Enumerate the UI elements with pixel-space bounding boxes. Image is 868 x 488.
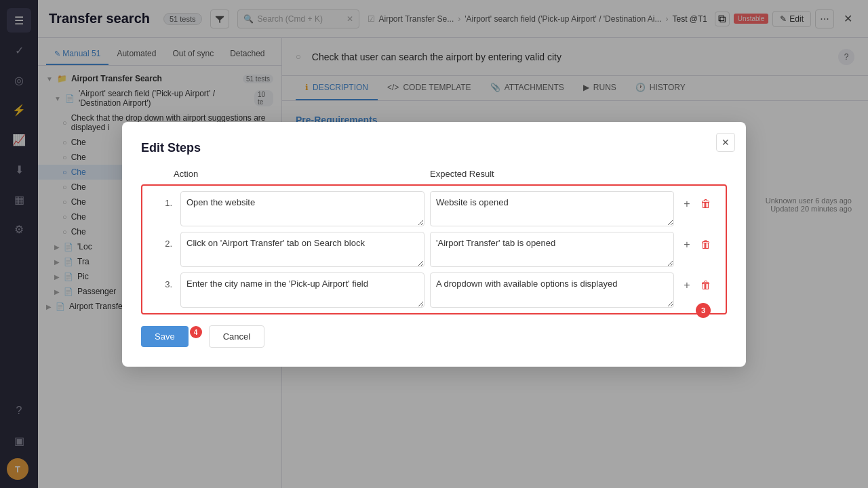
step-1-expected-input[interactable] [430, 191, 674, 226]
edit-steps-modal: ✕ Edit Steps Action Expected Result 1. +… [122, 122, 746, 367]
step-2-add-button[interactable]: + [679, 237, 694, 252]
action-column-header: Action [174, 169, 425, 179]
modal-footer: Save 4 Cancel [141, 325, 727, 348]
modal-overlay: ✕ Edit Steps Action Expected Result 1. +… [0, 0, 868, 488]
step-2-expected-input[interactable] [430, 232, 674, 267]
step-3-action-input[interactable] [180, 272, 425, 308]
step-1-add-button[interactable]: + [679, 197, 694, 211]
step-1-actions: + 🗑 [679, 191, 720, 211]
step-2-actions: + 🗑 [679, 232, 720, 252]
step-row-3: 3. + 🗑 [148, 272, 720, 308]
modal-close-button[interactable]: ✕ [716, 133, 735, 152]
step-3-expected-input[interactable] [430, 272, 674, 308]
step-3-actions: + 🗑 [679, 272, 720, 293]
step-3-add-button[interactable]: + [679, 278, 694, 293]
step-row-1: 1. + 🗑 [148, 191, 720, 226]
steps-list: 1. + 🗑 2. + 🗑 3. [141, 184, 727, 314]
step-3-delete-button[interactable]: 🗑 [698, 278, 713, 293]
save-button[interactable]: Save [141, 326, 189, 347]
step-2-delete-button[interactable]: 🗑 [698, 237, 713, 252]
steps-column-headers: Action Expected Result [141, 169, 727, 184]
step-number-3: 3. [148, 272, 175, 289]
step-number-1: 1. [148, 191, 175, 208]
badge-4-indicator: 4 [190, 326, 202, 338]
step-2-action-input[interactable] [180, 232, 425, 267]
step-1-action-input[interactable] [180, 191, 425, 226]
step-1-delete-button[interactable]: 🗑 [698, 197, 713, 211]
cancel-button[interactable]: Cancel [209, 325, 264, 348]
step-number-2: 2. [148, 232, 175, 249]
expected-column-header: Expected Result [430, 169, 681, 179]
badge-3-indicator: 3 [696, 303, 711, 318]
modal-title: Edit Steps [141, 141, 727, 155]
step-row-2: 2. + 🗑 [148, 232, 720, 267]
